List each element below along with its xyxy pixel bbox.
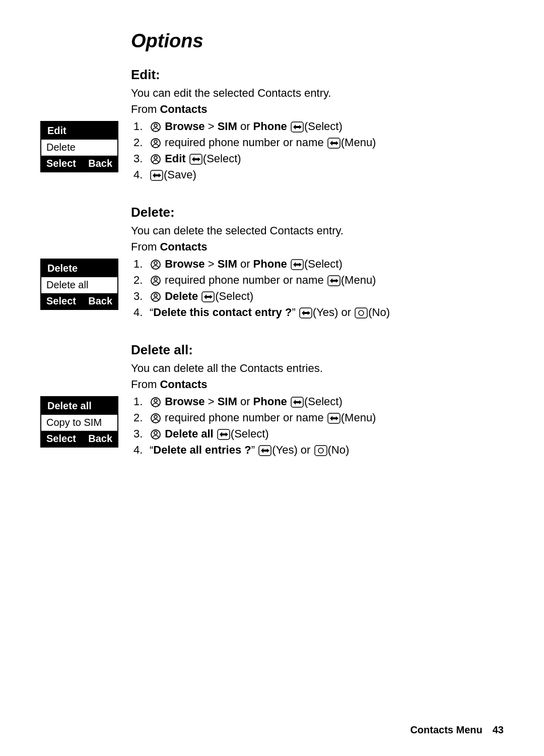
delete-all-softkey-back[interactable]: Back (88, 433, 112, 445)
select-btn-icon-d1 (291, 259, 304, 270)
delete-all-step-4: 4. “Delete all entries ?” (Yes) or (No) (133, 444, 504, 457)
svg-point-17 (154, 294, 157, 297)
svg-point-14 (154, 278, 157, 281)
contacts-icon-da3 (150, 429, 161, 440)
svg-point-7 (154, 156, 157, 159)
delete-softkey-back[interactable]: Back (88, 295, 112, 307)
delete-all-step-1: 1. Browse > SIM or Phone (Select) (133, 395, 504, 408)
delete-all-phone-ui: Delete all Copy to SIM Select Back (40, 396, 118, 448)
delete-all-step-2: 2. required phone number or name (Menu) (133, 411, 504, 424)
delete-all-softkeys: Select Back (41, 431, 117, 447)
svg-point-26 (154, 415, 157, 418)
delete-all-from-contacts: From Contacts (131, 378, 504, 391)
delete-heading: Delete: (131, 205, 504, 220)
edit-softkey-back[interactable]: Back (88, 158, 112, 169)
edit-softkey-select[interactable]: Select (46, 158, 76, 169)
delete-all-menu-item-deleteall: Delete all (41, 397, 117, 415)
delete-step-3: 3. Delete (Select) (133, 290, 504, 303)
menu-btn-icon-d2 (327, 275, 341, 286)
edit-softkeys: Select Back (41, 156, 117, 171)
menu-btn-icon-da2 (327, 413, 341, 424)
no-btn-icon (355, 307, 368, 319)
delete-all-description: You can delete all the Contacts entries. (131, 362, 504, 375)
contacts-icon-d1 (150, 259, 161, 270)
delete-all-softkey-select[interactable]: Select (46, 433, 76, 445)
page-title: Options (131, 30, 504, 52)
delete-all-steps: 1. Browse > SIM or Phone (Select) 2. req… (133, 395, 504, 460)
delete-step-4: 4. “Delete this contact entry ?” (Yes) o… (133, 306, 504, 319)
delete-phone-ui: Delete Delete all Select Back (40, 259, 118, 310)
select-btn-icon-da1 (291, 397, 304, 408)
delete-description: You can delete the selected Contacts ent… (131, 224, 504, 237)
edit-menu-item-edit: Edit (41, 122, 117, 140)
edit-phone-ui: Edit Delete Select Back (40, 121, 118, 172)
edit-steps: 1. Browse > SIM or Phone (Select) 2. req… (133, 120, 504, 184)
delete-step-1: 1. Browse > SIM or Phone (Select) (133, 258, 504, 271)
contacts-icon-d3 (150, 291, 161, 302)
delete-body: Delete Delete all Select Back 1. Browse … (40, 258, 504, 322)
page-container: Options Edit: You can edit the selected … (0, 0, 544, 510)
edit-menu-item-delete: Delete (41, 140, 117, 156)
edit-from-contacts: From Contacts (131, 103, 504, 116)
contacts-icon-d2 (150, 275, 161, 286)
svg-rect-32 (315, 446, 327, 456)
footer-section-label: Contacts Menu (410, 724, 482, 736)
menu-btn-icon-2 (327, 138, 341, 149)
no-btn-icon-da (314, 445, 327, 456)
footer-page-number: 43 (493, 724, 504, 736)
delete-softkey-select[interactable]: Select (46, 295, 76, 307)
edit-step-4: 4. (Save) (133, 168, 504, 181)
edit-section: Edit: You can edit the selected Contacts… (40, 67, 504, 184)
svg-point-23 (154, 399, 157, 402)
delete-all-section: Delete all: You can delete all the Conta… (40, 342, 504, 460)
delete-softkeys: Select Back (41, 293, 117, 309)
yes-btn-icon-da (258, 445, 271, 456)
edit-description: You can edit the selected Contacts entry… (131, 87, 504, 100)
delete-all-body: Delete all Copy to SIM Select Back 1. Br… (40, 395, 504, 460)
contacts-icon-2 (150, 138, 161, 149)
delete-menu-item-delete: Delete (41, 260, 117, 277)
svg-point-1 (154, 124, 157, 127)
contacts-icon-3 (150, 154, 161, 165)
delete-steps: 1. Browse > SIM or Phone (Select) 2. req… (133, 258, 504, 322)
delete-all-heading: Delete all: (131, 342, 504, 358)
svg-rect-20 (355, 308, 367, 318)
svg-point-4 (154, 140, 157, 143)
delete-all-menu-item-copytosim: Copy to SIM (41, 415, 117, 431)
select-btn-icon-da3 (217, 429, 230, 440)
yes-btn-icon (299, 307, 312, 319)
delete-menu-item-deleteall: Delete all (41, 277, 117, 293)
edit-step-2: 2. required phone number or name (Menu) (133, 136, 504, 149)
delete-all-step-3: 3. Delete all (Select) (133, 427, 504, 440)
delete-from-contacts: From Contacts (131, 240, 504, 254)
svg-point-11 (154, 262, 157, 265)
contacts-icon-da1 (150, 397, 161, 408)
select-btn-icon-3 (189, 154, 202, 165)
delete-section: Delete: You can delete the selected Cont… (40, 205, 504, 322)
save-btn-icon (150, 170, 163, 181)
edit-body: Edit Delete Select Back 1. Browse > SIM … (40, 120, 504, 184)
edit-step-3: 3. Edit (Select) (133, 152, 504, 165)
edit-heading: Edit: (131, 67, 504, 83)
select-btn-icon-1 (291, 121, 304, 133)
page-footer: Contacts Menu 43 (410, 724, 504, 736)
select-btn-icon-d3 (201, 291, 215, 302)
svg-point-29 (154, 431, 157, 434)
contacts-icon-1 (150, 121, 161, 133)
edit-step-1: 1. Browse > SIM or Phone (Select) (133, 120, 504, 133)
delete-step-2: 2. required phone number or name (Menu) (133, 274, 504, 287)
contacts-icon-da2 (150, 413, 161, 424)
svg-point-21 (359, 310, 364, 316)
svg-point-33 (318, 448, 323, 453)
